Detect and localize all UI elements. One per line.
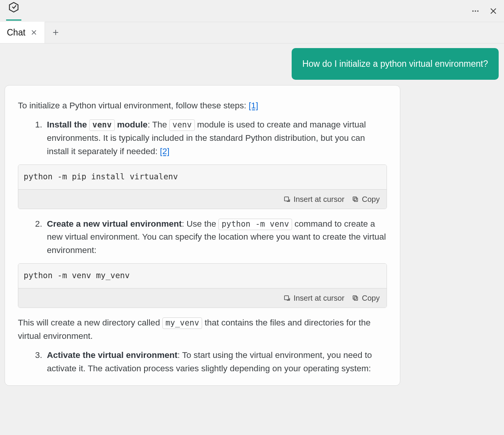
svg-rect-13 [354, 198, 358, 201]
step-3: Activate the virtual environment: To sta… [45, 349, 387, 375]
code-block-1: python -m pip install virtualenv Insert … [18, 164, 387, 209]
logo-underline [6, 19, 21, 21]
code-block-1-actions: Insert at cursor Copy [18, 190, 387, 209]
insert-icon [284, 196, 291, 203]
svg-rect-10 [284, 197, 289, 201]
app-logo [6, 2, 21, 21]
after-code-2-text: This will create a new directory called … [18, 316, 387, 343]
insert-at-cursor-button[interactable]: Insert at cursor [284, 292, 344, 304]
window-controls [471, 7, 497, 15]
copy-icon [352, 295, 359, 301]
step-1-body-a: : The [148, 120, 169, 129]
inline-code-venv-1: venv [89, 119, 115, 131]
user-message-bubble: How do I initialize a python virtual env… [292, 48, 499, 80]
svg-rect-18 [354, 297, 358, 300]
code-block-1-code: python -m pip install virtualenv [18, 165, 387, 190]
insert-at-cursor-button[interactable]: Insert at cursor [284, 193, 344, 205]
insert-icon [284, 295, 291, 301]
copy-label: Copy [362, 193, 380, 205]
title-bar [0, 0, 504, 22]
step-1-title: Install the venv module [47, 120, 148, 129]
citation-link-2[interactable]: [2] [160, 147, 169, 156]
code-block-2-code: python -m venv my_venv [18, 264, 387, 288]
copy-button[interactable]: Copy [352, 193, 380, 205]
step-2-title: Create a new virtual environment [47, 219, 182, 229]
user-message-row: How do I initialize a python virtual env… [5, 48, 499, 85]
svg-point-3 [477, 10, 479, 12]
chat-area: How do I initialize a python virtual env… [0, 44, 504, 435]
copy-label: Copy [362, 292, 380, 304]
copy-button[interactable]: Copy [352, 292, 380, 304]
step-2: Create a new virtual environment: Use th… [45, 218, 387, 258]
inline-code-myvenv: my_venv [162, 317, 202, 329]
step-1: Install the venv module: The venv module… [45, 118, 387, 158]
code-block-2: python -m venv my_venv Insert at cursor [18, 263, 387, 308]
inline-code-python-m-venv: python -m venv [218, 219, 292, 230]
tab-close-icon[interactable] [31, 29, 37, 35]
svg-rect-14 [353, 197, 356, 200]
svg-point-1 [472, 10, 474, 12]
copy-icon [352, 196, 359, 203]
user-message-text: How do I initialize a python virtual env… [302, 59, 488, 69]
insert-label: Insert at cursor [294, 292, 344, 304]
assistant-intro: To initialize a Python virtual environme… [18, 99, 387, 113]
svg-marker-0 [10, 2, 18, 12]
hexagon-logo-icon [8, 2, 19, 16]
code-block-2-actions: Insert at cursor Copy [18, 288, 387, 308]
more-icon[interactable] [471, 7, 480, 15]
tab-chat[interactable]: Chat [0, 22, 45, 43]
step-2-body-a: : Use the [182, 219, 218, 229]
new-tab-button[interactable] [45, 22, 66, 43]
inline-code-venv-2: venv [169, 119, 195, 131]
tab-label: Chat [7, 26, 26, 39]
svg-rect-15 [284, 296, 289, 300]
assistant-message-card: To initialize a Python virtual environme… [5, 85, 400, 386]
citation-link-1[interactable]: [1] [249, 101, 258, 110]
close-window-icon[interactable] [490, 7, 497, 15]
insert-label: Insert at cursor [294, 193, 344, 205]
svg-rect-19 [353, 296, 356, 299]
step-3-title: Activate the virtual environment [47, 350, 178, 360]
svg-point-2 [475, 10, 476, 12]
tab-bar: Chat [0, 22, 504, 44]
intro-text: To initialize a Python virtual environme… [18, 101, 249, 110]
